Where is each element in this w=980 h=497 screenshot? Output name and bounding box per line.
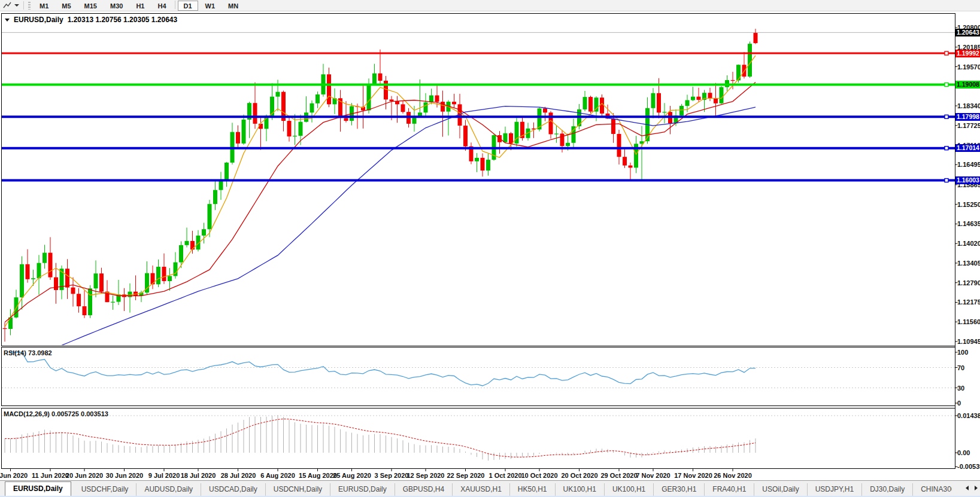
date-axis-label: 25 Aug 2020: [333, 472, 371, 479]
date-axis-label: 1 Oct 2020: [489, 472, 521, 479]
tab-scroll-left-icon[interactable]: [966, 486, 969, 490]
price-axis-tick-label: 1.18340: [957, 102, 979, 109]
date-axis-label: 2 Jun 2020: [0, 472, 28, 479]
date-axis-label: 20 Jun 2020: [66, 472, 103, 479]
chart-tab-dj30-daily[interactable]: DJ30,Daily: [862, 483, 913, 496]
pane-frames: [2, 13, 955, 469]
hline-price-tag: 1.17014: [955, 144, 980, 152]
date-axis-label: 10 Oct 2020: [521, 472, 557, 479]
chart-tab-eurusd-daily[interactable]: EURUSD,Daily: [330, 483, 395, 496]
price-axis-tick-label: 1.14635: [957, 220, 979, 227]
hline-price-tag: 1.19992: [955, 50, 980, 57]
chart-tab-hk50-h1[interactable]: HK50,H1: [510, 483, 556, 496]
date-axis-label: 30 Jun 2020: [106, 472, 143, 479]
date-axis-label: 29 Oct 2020: [600, 472, 637, 479]
date-axis-label: 11 Jun 2020: [32, 472, 69, 479]
date-axis-label: 26 Nov 2020: [714, 472, 752, 479]
chart-tab-gbpusd-h4[interactable]: GBPUSD,H4: [395, 483, 453, 496]
date-axis-label: 22 Sep 2020: [447, 472, 485, 479]
date-axis-label: 7 Nov 2020: [636, 472, 670, 479]
macd-axis-tick-label: 0.014384: [957, 412, 979, 419]
trading-terminal: { "toolbar": { "timeframes": ["M1","M5",…: [0, 0, 980, 497]
chart-tab-audusd-daily[interactable]: AUDUSD,Daily: [136, 483, 201, 496]
hline-handle: [945, 83, 948, 86]
chart-tab-usdchf-daily[interactable]: USDCHF,Daily: [74, 483, 137, 496]
rsi-axis-tick-label: 0: [957, 400, 979, 407]
chart-tab-ger30-h1[interactable]: GER30,H1: [654, 483, 705, 496]
rsi-axis-tick-label: 30: [957, 385, 979, 392]
collapse-caret-icon[interactable]: [5, 19, 10, 22]
rsi-axis-tick-label: 100: [957, 349, 979, 356]
date-axis-label: 18 Jul 2020: [181, 472, 216, 479]
price-axis-tick-label: 1.12790: [957, 279, 979, 286]
date-axis-label: 9 Jul 2020: [148, 472, 180, 479]
rsi-axis-tick-label: 70: [957, 364, 979, 371]
chart-tab-fra40-h1[interactable]: FRA40,H1: [705, 483, 754, 496]
macd-axis-tick-label: 0.00: [957, 449, 979, 456]
chart-tab-usoil-daily[interactable]: USOil,Daily: [754, 483, 807, 496]
current-price-tag: 1.20643: [955, 29, 980, 36]
hline-handle: [945, 51, 948, 55]
chart-tab-uk100-h1[interactable]: UK100,H1: [605, 483, 654, 496]
price-axis-tick-label: 1.19570: [957, 63, 979, 71]
price-axis-tick-label: 1.15250: [957, 201, 979, 208]
tab-scroll-right-icon[interactable]: [975, 486, 978, 490]
date-axis-label: 12 Sep 2020: [407, 472, 445, 479]
price-axis-tick-label: 1.12175: [957, 298, 979, 306]
date-axis-label: 3 Sep 2020: [375, 472, 409, 479]
rsi-indicator-label: RSI(14) 73.0982: [4, 349, 52, 356]
price-axis-tick-label: 1.11560: [957, 318, 979, 325]
date-axis-label: 15 Aug 2020: [299, 472, 337, 479]
hline-handle: [945, 115, 948, 118]
price-axis-tick-label: 1.17725: [957, 122, 979, 129]
chart-tab-xauusd-h1[interactable]: XAUUSD,H1: [453, 483, 510, 496]
date-axis-label: 6 Aug 2020: [260, 472, 295, 479]
chart-tab-usdcad-daily[interactable]: USDCAD,Daily: [201, 483, 266, 496]
date-axis-label: 20 Oct 2020: [561, 472, 597, 479]
chart-tab-uk100-h1[interactable]: UK100,H1: [556, 483, 605, 496]
chart-tab-bar: EURUSD,DailyUSDCHF,DailyAUDUSD,DailyUSDC…: [0, 480, 980, 496]
chart-tab-china300-h1[interactable]: CHINA300,H1: [913, 483, 952, 496]
chart-tab-usdcnh-daily[interactable]: USDCNH,Daily: [266, 483, 330, 496]
macd-indicator-label: MACD(12,26,9) 0.005725 0.003513: [4, 410, 108, 417]
chart-symbol-label: EURUSD,Daily: [14, 16, 63, 24]
date-axis-label: 17 Nov 2020: [674, 472, 712, 479]
price-axis-tick-label: 1.14020: [957, 240, 979, 247]
hline-price-tag: 1.17998: [955, 113, 980, 121]
chart-tab-eurusd-daily[interactable]: EURUSD,Daily: [5, 481, 71, 496]
hline-price-tag: 1.19008: [955, 81, 980, 89]
hline-handle: [945, 147, 948, 150]
hline-price-tag: 1.16003: [955, 176, 980, 184]
date-axis-label: 28 Jul 2020: [221, 472, 256, 479]
price-axis-tick-label: 1.13405: [957, 260, 979, 267]
price-axis-tick-label: 1.16495: [957, 161, 979, 168]
chart-ohlc-values: 1.20313 1.20756 1.20305 1.20643: [68, 16, 178, 24]
macd-axis-tick-label: -0.005396: [957, 463, 979, 470]
chart-tab-usdjpy-h1[interactable]: USDJPY,H1: [808, 483, 862, 496]
price-axis-tick-label: 1.10945: [957, 338, 979, 345]
hline-handle: [945, 179, 948, 182]
chart-title: EURUSD,Daily 1.20313 1.20756 1.20305 1.2…: [5, 16, 177, 24]
tabs-holder: EURUSD,DailyUSDCHF,DailyAUDUSD,DailyUSDC…: [0, 481, 952, 496]
chart-canvas[interactable]: [0, 0, 980, 497]
